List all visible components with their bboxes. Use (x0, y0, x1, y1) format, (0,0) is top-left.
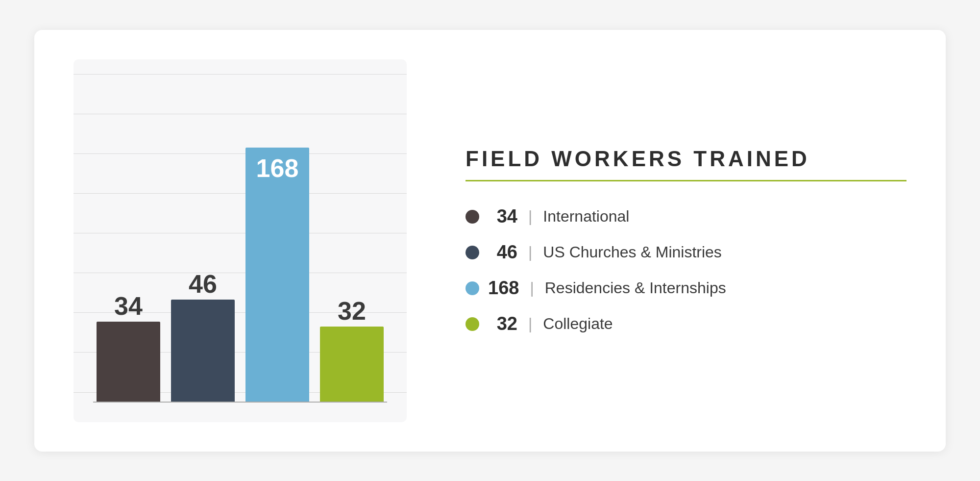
legend-label-collegiate: Collegiate (543, 315, 612, 333)
legend-dot-residencies (466, 281, 479, 295)
bar-international (97, 322, 160, 403)
legend-label-international: International (543, 207, 629, 226)
chart-baseline (93, 402, 387, 403)
bar-group-residencies: 168 (245, 148, 309, 403)
bar-group-collegiate: 32 (320, 298, 384, 403)
legend-number-collegiate: 32 (488, 313, 517, 334)
legend-item-residencies: 168 | Residencies & Internships (466, 278, 906, 299)
legend-label-residencies: Residencies & Internships (545, 279, 726, 297)
legend-divider-residencies: | (530, 279, 534, 297)
legend-underline (466, 180, 906, 181)
legend-number-us-churches: 46 (488, 242, 517, 263)
bar-value-collegiate: 32 (338, 298, 366, 324)
main-card: 34 46 168 32 FIELD WORKERS TRA (34, 30, 946, 452)
legend-item-collegiate: 32 | Collegiate (466, 313, 906, 334)
legend-label-us-churches: US Churches & Ministries (543, 243, 722, 261)
legend-number-residencies: 168 (488, 278, 519, 299)
bar-group-us-churches: 46 (171, 271, 235, 403)
bar-value-us-churches: 46 (189, 271, 217, 297)
bar-value-residencies: 168 (256, 155, 299, 181)
grid-line (74, 74, 407, 75)
legend-divider-collegiate: | (528, 315, 532, 333)
bar-chart: 34 46 168 32 (74, 59, 407, 422)
bar-collegiate (320, 327, 384, 403)
bar-us-churches (171, 300, 235, 403)
legend-divider-international: | (528, 207, 532, 226)
legend-title: FIELD WORKERS TRAINED (466, 147, 906, 171)
bars-area: 34 46 168 32 (98, 99, 382, 403)
legend-dot-collegiate (466, 317, 479, 331)
legend-items: 34 | International 46 | US Churches & Mi… (466, 206, 906, 334)
legend-section: FIELD WORKERS TRAINED 34 | International… (446, 147, 906, 334)
bar-residencies: 168 (245, 148, 309, 403)
legend-dot-us-churches (466, 246, 479, 259)
legend-dot-international (466, 210, 479, 224)
bar-group-international: 34 (97, 293, 160, 403)
bar-value-international: 34 (114, 293, 143, 319)
legend-item-international: 34 | International (466, 206, 906, 227)
legend-number-international: 34 (488, 206, 517, 227)
legend-divider-us-churches: | (528, 243, 532, 261)
legend-item-us-churches: 46 | US Churches & Ministries (466, 242, 906, 263)
